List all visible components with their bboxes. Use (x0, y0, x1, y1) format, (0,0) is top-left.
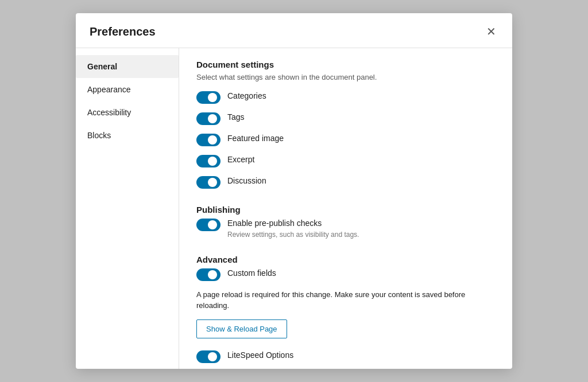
sidebar-item-label: Appearance (87, 85, 131, 94)
modal-overlay: Preferences ✕ General Appearance Accessi… (0, 0, 588, 382)
publishing-section: Publishing Enable pre-publish checks Rev… (196, 205, 495, 239)
sidebar-item-accessibility[interactable]: Accessibility (76, 101, 179, 124)
content-area[interactable]: Document settings Select what settings a… (179, 48, 512, 369)
toggle-litespeed[interactable] (196, 350, 220, 363)
toggle-slider (196, 134, 220, 146)
advanced-section: Advanced Custom fields A page reload is … (196, 255, 495, 363)
toggle-label-group: Enable pre-publish checks Review setting… (227, 218, 359, 239)
toggle-slider (196, 91, 220, 104)
sidebar-item-appearance[interactable]: Appearance (76, 78, 179, 101)
sidebar-item-general[interactable]: General (76, 55, 179, 78)
toggle-slider (196, 219, 220, 231)
modal-body: General Appearance Accessibility Blocks … (76, 48, 512, 369)
toggle-slider (196, 176, 220, 189)
advanced-title: Advanced (196, 255, 495, 264)
toggle-categories[interactable] (196, 91, 220, 104)
sidebar-item-label: Accessibility (87, 108, 131, 117)
sidebar-item-label: General (87, 62, 117, 71)
toggle-label-custom-fields: Custom fields (227, 268, 276, 279)
toggle-row-litespeed: LiteSpeed Options (196, 350, 495, 363)
toggle-tags[interactable] (196, 112, 220, 125)
toggle-custom-fields[interactable] (196, 268, 220, 281)
litespeed-row: LiteSpeed Options (196, 350, 495, 363)
reload-notice: A page reload is required for this chang… (196, 289, 495, 311)
toggle-pre-publish[interactable] (196, 219, 220, 231)
document-settings-title: Document settings (196, 60, 495, 69)
toggle-row-custom-fields: Custom fields (196, 268, 495, 281)
toggle-featured-image[interactable] (196, 134, 220, 146)
toggle-label-excerpt: Excerpt (227, 154, 254, 166)
sidebar: General Appearance Accessibility Blocks (76, 48, 179, 369)
modal-header: Preferences ✕ (76, 13, 512, 48)
toggle-discussion[interactable] (196, 176, 220, 189)
toggle-row-excerpt: Excerpt (196, 154, 495, 167)
toggle-row-categories: Categories (196, 91, 495, 104)
document-settings-subtitle: Select what settings are shown in the do… (196, 73, 495, 81)
toggle-row-discussion: Discussion (196, 176, 495, 189)
toggle-slider (196, 112, 220, 125)
toggle-label-tags: Tags (227, 112, 245, 123)
toggle-excerpt[interactable] (196, 155, 220, 167)
sidebar-item-label: Blocks (87, 131, 111, 140)
toggle-label-featured-image: Featured image (227, 133, 284, 145)
modal-title: Preferences (90, 25, 156, 38)
toggle-row-featured-image: Featured image (196, 133, 495, 146)
toggle-slider (196, 268, 220, 281)
toggle-label-pre-publish: Enable pre-publish checks (227, 218, 359, 229)
toggle-slider (196, 155, 220, 167)
toggle-row-tags: Tags (196, 112, 495, 125)
publishing-title: Publishing (196, 205, 495, 215)
document-settings-section: Document settings Select what settings a… (196, 60, 495, 189)
close-button[interactable]: ✕ (484, 24, 498, 40)
toggle-label-litespeed: LiteSpeed Options (227, 350, 293, 361)
toggle-row-pre-publish: Enable pre-publish checks Review setting… (196, 218, 495, 239)
toggle-desc-pre-publish: Review settings, such as visibility and … (227, 231, 359, 239)
toggle-label-categories: Categories (227, 91, 266, 102)
toggle-slider (196, 350, 220, 363)
preferences-modal: Preferences ✕ General Appearance Accessi… (76, 13, 512, 369)
close-icon: ✕ (486, 26, 496, 37)
reload-page-button[interactable]: Show & Reload Page (196, 319, 287, 338)
sidebar-item-blocks[interactable]: Blocks (76, 124, 179, 147)
content-inner: Document settings Select what settings a… (179, 48, 512, 369)
toggle-label-discussion: Discussion (227, 176, 266, 187)
